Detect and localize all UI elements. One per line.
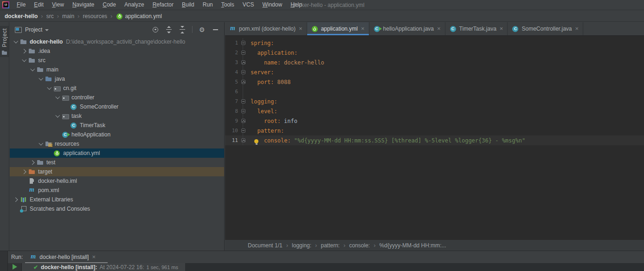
breadcrumb-logging[interactable]: logging:	[292, 242, 311, 249]
tab-timertask-java[interactable]: TimerTask.java	[445, 22, 508, 35]
close-icon[interactable]	[437, 26, 441, 31]
chevron-down-icon[interactable]	[45, 84, 53, 93]
tab-helloapplication-java[interactable]: helloApplication.java	[369, 22, 445, 35]
tree-item-task[interactable]: task	[10, 111, 224, 121]
hide-panel-icon[interactable]	[212, 26, 219, 33]
chevron-right-icon[interactable]	[12, 195, 19, 204]
code-line[interactable]: 6	[225, 87, 644, 97]
tree-item-helloapplication[interactable]: helloApplication	[10, 130, 224, 139]
tree-item-application-yml[interactable]: application.yml	[10, 148, 224, 158]
tree-item-iml[interactable]: docker-hello.iml	[10, 176, 224, 186]
fold-marker-icon[interactable]	[241, 60, 245, 65]
fold-marker-icon[interactable]	[241, 119, 245, 123]
intention-bulb-icon[interactable]	[254, 139, 258, 143]
fold-marker-icon[interactable]	[241, 129, 245, 133]
tree-item-java[interactable]: java	[10, 74, 224, 84]
tree-item-label: controller	[71, 94, 94, 101]
tree-item-test[interactable]: test	[10, 158, 224, 167]
run-result-row[interactable]: docker-hello [install]: At 2024-07-22 16…	[22, 263, 185, 271]
chevron-down-icon[interactable]	[20, 56, 28, 65]
chevron-down-icon[interactable]	[37, 139, 45, 148]
breadcrumb-resources[interactable]: resources	[83, 13, 107, 19]
locate-file-icon[interactable]	[152, 26, 159, 33]
tree-item-external-libraries[interactable]: External Libraries	[10, 195, 224, 204]
menu-build[interactable]: Build	[178, 0, 199, 10]
breadcrumb-value[interactable]: %d{yyyy-MM-dd HH:mm:...	[380, 242, 446, 249]
close-icon[interactable]	[575, 26, 579, 31]
code-line[interactable]: 8 level:	[225, 106, 644, 116]
code-line[interactable]: 1 spring:	[225, 38, 644, 48]
code-line-current[interactable]: 11 console:"%d{yyyy-MM-dd HH:mm:ss.SSS} …	[225, 136, 644, 145]
breadcrumb-main[interactable]: main	[62, 13, 74, 19]
code-line[interactable]: 9 root:info	[225, 116, 644, 126]
menu-tools[interactable]: Tools	[217, 0, 238, 10]
tab-pom-xml[interactable]: pom.xml (docker-hello)	[225, 22, 307, 35]
tab-application-yml[interactable]: application.yml	[307, 22, 369, 35]
menu-run[interactable]: Run	[199, 0, 217, 10]
breadcrumb-file[interactable]: application.yml	[125, 13, 161, 19]
breadcrumb-console[interactable]: console:	[349, 242, 370, 249]
chevron-right-icon[interactable]	[20, 167, 28, 176]
tree-item-src[interactable]: src	[10, 56, 224, 65]
run-tab-docker-hello-install[interactable]: docker-hello [install]	[29, 253, 96, 261]
project-panel-title[interactable]: Project	[25, 26, 42, 33]
chevron-down-icon[interactable]	[12, 37, 19, 46]
collapse-all-icon[interactable]	[179, 26, 186, 33]
breadcrumb-project[interactable]: docker-hello	[5, 13, 38, 19]
tree-item-cn-git[interactable]: cn.git	[10, 84, 224, 93]
tree-item-somecontroller[interactable]: SomeController	[10, 102, 224, 111]
tab-somecontroller-java[interactable]: SomeController.java	[508, 22, 583, 35]
fold-marker-icon[interactable]	[241, 70, 245, 74]
close-icon[interactable]	[361, 26, 365, 31]
tree-item-timertask[interactable]: TimerTask	[10, 121, 224, 130]
project-tool-window-button[interactable]: Project	[0, 26, 9, 57]
fold-marker-icon[interactable]	[241, 99, 245, 103]
tab-label: helloApplication.java	[383, 26, 434, 32]
menu-analyze[interactable]: Analyze	[120, 0, 148, 10]
menu-window[interactable]: Window	[258, 0, 286, 10]
rerun-play-button[interactable]	[13, 264, 17, 270]
code-line[interactable]: 7 logging:	[225, 97, 644, 106]
tree-item-controller[interactable]: controller	[10, 93, 224, 102]
tree-item-scratches[interactable]: Scratches and Consoles	[10, 204, 224, 213]
fold-marker-icon[interactable]	[241, 80, 245, 84]
gear-icon[interactable]	[199, 26, 206, 33]
menu-view[interactable]: View	[48, 0, 68, 10]
tree-item-main[interactable]: main	[10, 65, 224, 74]
chevron-down-icon[interactable]	[54, 93, 61, 102]
menu-refactor[interactable]: Refactor	[148, 0, 178, 10]
breadcrumb-document[interactable]: Document 1/1	[248, 242, 283, 249]
menu-vcs[interactable]: VCS	[238, 0, 258, 10]
menu-file[interactable]: File	[13, 0, 30, 10]
code-line[interactable]: 4 server:	[225, 67, 644, 77]
fold-marker-icon[interactable]	[241, 51, 245, 55]
fold-marker-icon[interactable]	[241, 138, 245, 142]
breadcrumb-pattern[interactable]: pattern:	[321, 242, 340, 249]
chevron-right-icon[interactable]	[20, 46, 28, 56]
code-line[interactable]: 5 port:8088	[225, 77, 644, 87]
chevron-down-icon[interactable]	[45, 29, 49, 31]
tree-item-pom[interactable]: pom.xml	[10, 186, 224, 195]
fold-marker-icon[interactable]	[241, 41, 245, 45]
chevron-right-icon[interactable]	[29, 158, 36, 167]
chevron-down-icon[interactable]	[29, 65, 36, 74]
close-icon[interactable]	[92, 255, 96, 259]
close-icon[interactable]	[500, 26, 503, 31]
close-icon[interactable]	[299, 26, 303, 31]
tree-item-docker-hello[interactable]: docker-hello D:\idea_workspace_activiti_…	[10, 37, 224, 46]
breadcrumb-src[interactable]: src	[46, 13, 54, 19]
code-line[interactable]: 10 pattern:	[225, 126, 644, 136]
menu-code[interactable]: Code	[98, 0, 120, 10]
code-line[interactable]: 3 name:docker-hello	[225, 58, 644, 67]
chevron-down-icon[interactable]	[37, 74, 45, 84]
code-line[interactable]: 2 application:	[225, 48, 644, 58]
fold-marker-icon[interactable]	[241, 109, 245, 113]
tree-item-target[interactable]: target	[10, 167, 224, 176]
tree-item-idea[interactable]: .idea	[10, 46, 224, 56]
chevron-down-icon[interactable]	[54, 111, 61, 121]
menu-navigate[interactable]: Navigate	[68, 0, 98, 10]
menu-edit[interactable]: Edit	[30, 0, 48, 10]
tree-item-resources[interactable]: resources	[10, 139, 224, 148]
expand-all-icon[interactable]	[165, 26, 173, 33]
code-editor[interactable]: 1 spring: 2 application: 3 name:docker-h…	[225, 36, 644, 240]
